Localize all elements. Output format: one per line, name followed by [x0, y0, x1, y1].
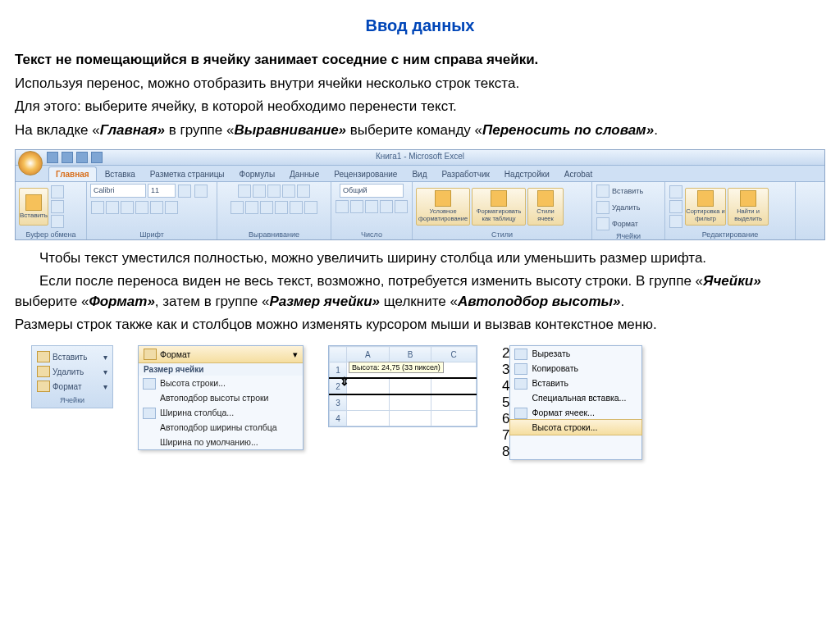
insert-cells-icon[interactable] [596, 185, 609, 198]
font-size-select[interactable]: 11 [148, 184, 176, 198]
ctx-copy[interactable]: Копировать [510, 361, 641, 376]
ctx-paste[interactable]: Вставить [510, 376, 641, 390]
paste-icon [514, 378, 527, 390]
para-6: Если после переноса виден не весь текст,… [15, 271, 825, 312]
row-height-icon [143, 378, 156, 390]
italic-icon[interactable] [106, 201, 119, 214]
context-menu-fragment: 2345678 Вырезать Копировать Вставить Спе… [502, 345, 642, 460]
quick-access-toolbar[interactable] [47, 152, 103, 163]
tab-layout[interactable]: Разметка страницы [144, 167, 231, 181]
ctx-format-cells[interactable]: Формат ячеек... [510, 405, 641, 420]
format-table-button[interactable]: Форматировать как таблицу [472, 188, 526, 226]
sum-icon[interactable] [669, 185, 682, 198]
cell-styles-icon [537, 190, 554, 207]
indent-dec-icon[interactable] [275, 201, 288, 214]
find-select-button[interactable]: Найти и выделить [728, 188, 769, 226]
cell-styles-button[interactable]: Стили ячеек [527, 188, 564, 226]
format-icon [37, 381, 50, 392]
group-styles-label: Стили [416, 230, 588, 239]
clear-icon[interactable] [669, 215, 682, 228]
ctx-cut[interactable]: Вырезать [510, 346, 641, 361]
insert-button[interactable]: Вставить▾ [35, 349, 109, 364]
tab-home[interactable]: Главная [48, 166, 97, 181]
align-mid-icon[interactable] [253, 185, 266, 198]
tab-view[interactable]: Вид [405, 167, 433, 181]
col-width-icon [143, 408, 156, 419]
col-c-header[interactable]: C [431, 347, 477, 362]
format-table-icon [491, 190, 507, 207]
page-title: Ввод данных [15, 16, 825, 35]
font-color-icon[interactable] [165, 201, 178, 214]
format-icon [144, 349, 157, 360]
row-4-header[interactable]: 4 [330, 411, 347, 426]
cond-format-button[interactable]: Условное форматирование [416, 188, 470, 226]
delete-button[interactable]: Удалить▾ [35, 364, 109, 379]
align-left-icon[interactable] [231, 201, 244, 214]
border-icon[interactable] [135, 201, 148, 214]
sort-icon [697, 190, 714, 207]
menu-autofit-height[interactable]: Автоподбор высоты строки [139, 390, 303, 405]
align-top-icon[interactable] [238, 185, 251, 198]
ctx-row-height[interactable]: Высота строки... [509, 419, 642, 435]
group-align-label: Выравнивание [221, 230, 327, 239]
ctx-paste-special[interactable]: Специальная вставка... [510, 390, 641, 405]
format-cells-icon [514, 408, 527, 419]
group-editing-label: Редактирование [669, 230, 792, 239]
menu-col-width[interactable]: Ширина столбца... [139, 405, 303, 420]
format-menu-header[interactable]: Формат▾ [139, 346, 303, 363]
paste-button[interactable]: Вставить [19, 188, 48, 226]
tab-review[interactable]: Рецензирование [327, 167, 404, 181]
format-button[interactable]: Формат▾ [35, 379, 109, 394]
format-cells-icon[interactable] [596, 217, 609, 230]
tab-formulas[interactable]: Формулы [233, 167, 282, 181]
tab-data[interactable]: Данные [283, 167, 326, 181]
col-a-header[interactable]: A [347, 347, 390, 362]
underline-icon[interactable] [121, 201, 134, 214]
row-3-header[interactable]: 3 [330, 394, 347, 411]
percent-icon[interactable] [350, 200, 363, 213]
para-7: Размеры строк также как и столбцов можно… [15, 315, 825, 335]
bold-icon[interactable] [91, 201, 104, 214]
group-clipboard-label: Буфер обмена [19, 230, 83, 239]
font-name-select[interactable]: Calibri [90, 184, 146, 198]
delete-cells-icon[interactable] [596, 201, 609, 214]
group-cells-label: Ячейки [596, 231, 661, 241]
comma-icon[interactable] [365, 200, 378, 213]
indent-inc-icon[interactable] [290, 201, 303, 214]
tab-acrobat[interactable]: Acrobat [558, 167, 599, 181]
sort-filter-button[interactable]: Сортировка и фильтр [685, 188, 726, 226]
find-icon [740, 190, 756, 207]
fill-icon[interactable] [150, 201, 163, 214]
align-center-icon[interactable] [245, 201, 258, 214]
cut-icon[interactable] [51, 185, 64, 198]
tab-addins[interactable]: Надстройки [498, 167, 556, 181]
fill-down-icon[interactable] [669, 200, 682, 213]
para-4: На вкладке «Главная» в группе «Выравнива… [15, 121, 825, 141]
merge-icon[interactable] [304, 201, 317, 214]
menu-autofit-width[interactable]: Автоподбор ширины столбца [139, 420, 303, 435]
number-format-select[interactable]: Общий [340, 184, 404, 198]
resize-cursor-icon: ⇕ [340, 375, 349, 388]
grow-font-icon[interactable] [178, 185, 191, 198]
copy-icon [514, 363, 527, 375]
cut-icon [514, 349, 527, 360]
align-bot-icon[interactable] [267, 185, 281, 198]
tab-insert[interactable]: Вставка [98, 167, 142, 181]
window-title: Книга1 - Microsoft Excel [16, 150, 824, 161]
currency-icon[interactable] [336, 200, 349, 213]
dec-inc-icon[interactable] [380, 200, 393, 213]
tab-developer[interactable]: Разработчик [436, 167, 496, 181]
menu-default-width[interactable]: Ширина по умолчанию... [139, 435, 303, 449]
format-dropdown-menu: Формат▾ Размер ячейки Высота строки... А… [138, 345, 304, 450]
orient-icon[interactable] [282, 185, 295, 198]
office-button[interactable] [18, 151, 43, 175]
col-b-header[interactable]: B [389, 347, 431, 362]
wrap-icon[interactable] [297, 185, 310, 198]
painter-icon[interactable] [51, 215, 64, 228]
copy-icon[interactable] [51, 200, 64, 213]
dec-dec-icon[interactable] [395, 200, 408, 213]
align-right-icon[interactable] [260, 201, 273, 214]
shrink-font-icon[interactable] [194, 185, 208, 198]
menu-row-height[interactable]: Высота строки... [139, 376, 303, 390]
paste-icon [25, 194, 42, 211]
